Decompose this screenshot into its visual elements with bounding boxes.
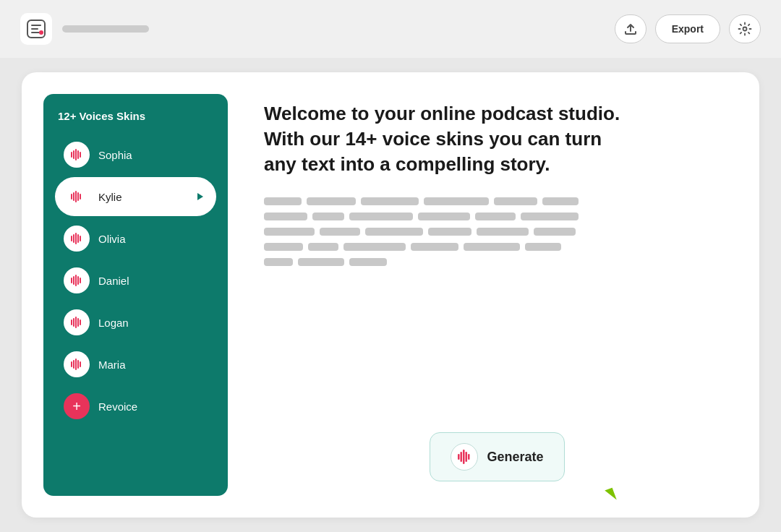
svg-rect-34 <box>461 452 463 462</box>
content-top: Welcome to your online podcast studio. W… <box>264 101 730 288</box>
svg-rect-3 <box>71 152 72 158</box>
voice-icon-sophia <box>64 142 90 168</box>
voice-icon-olivia <box>64 226 90 252</box>
sidebar-title: 12+ Voices Skins <box>55 110 216 122</box>
svg-rect-16 <box>77 234 79 243</box>
voice-item-olivia[interactable]: Olivia <box>55 219 216 258</box>
svg-rect-18 <box>71 278 72 283</box>
text-line-5 <box>264 258 730 266</box>
voice-name-daniel: Daniel <box>98 275 208 287</box>
svg-rect-5 <box>75 149 77 160</box>
svg-point-1 <box>39 30 43 35</box>
line-block <box>298 258 344 266</box>
line-block <box>494 197 537 205</box>
generate-label: Generate <box>487 450 543 465</box>
svg-rect-35 <box>463 450 465 464</box>
svg-rect-31 <box>77 360 79 369</box>
line-block <box>349 213 413 220</box>
line-block <box>521 213 579 220</box>
svg-point-2 <box>743 27 747 31</box>
revoice-add-icon: + <box>64 393 90 419</box>
line-block <box>542 197 579 205</box>
svg-rect-29 <box>73 360 74 369</box>
svg-rect-13 <box>71 236 72 241</box>
play-icon-kylie <box>192 189 208 205</box>
line-block <box>534 228 576 236</box>
cursor-arrow-icon <box>605 488 616 503</box>
topbar-right: Export <box>615 14 761 43</box>
svg-rect-36 <box>466 452 468 462</box>
line-block <box>411 243 458 251</box>
line-block <box>264 228 315 236</box>
svg-rect-20 <box>75 275 77 286</box>
line-block <box>349 258 387 266</box>
svg-rect-10 <box>75 191 77 202</box>
line-block <box>264 213 307 220</box>
svg-rect-6 <box>77 150 79 159</box>
text-line-2 <box>264 213 730 220</box>
export-button[interactable]: Export <box>655 14 720 43</box>
voice-name-revoice: Revoice <box>98 400 208 413</box>
line-block <box>320 228 360 236</box>
voice-name-olivia: Olivia <box>98 233 208 245</box>
text-placeholder-lines <box>264 197 730 266</box>
line-block <box>424 197 489 205</box>
svg-rect-7 <box>80 152 81 158</box>
main-content: Welcome to your online podcast studio. W… <box>249 94 738 496</box>
voice-name-logan: Logan <box>98 317 208 329</box>
svg-rect-32 <box>80 361 81 367</box>
line-block <box>525 243 561 251</box>
line-block <box>477 228 529 236</box>
voice-name-maria: Maria <box>98 359 208 371</box>
svg-rect-37 <box>468 454 470 460</box>
voice-icon-logan <box>64 309 90 335</box>
line-block <box>264 243 303 251</box>
line-block <box>418 213 470 220</box>
line-block <box>475 213 516 220</box>
svg-rect-21 <box>77 276 79 285</box>
main-card: 12+ Voices Skins Sophia <box>22 72 759 518</box>
line-block <box>361 197 419 205</box>
text-line-1 <box>264 197 730 205</box>
voice-item-daniel[interactable]: Daniel <box>55 261 216 300</box>
svg-rect-33 <box>458 454 460 460</box>
svg-rect-27 <box>80 319 81 325</box>
svg-rect-14 <box>73 234 74 243</box>
voice-item-maria[interactable]: Maria <box>55 345 216 384</box>
line-block <box>365 228 423 236</box>
line-block <box>428 228 471 236</box>
main-area: 12+ Voices Skins Sophia <box>0 58 781 532</box>
line-block <box>307 197 356 205</box>
voice-sidebar: 12+ Voices Skins Sophia <box>43 94 228 496</box>
upload-button[interactable] <box>615 14 646 43</box>
headline-text: Welcome to your online podcast studio. W… <box>264 101 626 177</box>
voice-name-sophia: Sophia <box>98 149 208 161</box>
voice-item-kylie[interactable]: Kylie <box>55 177 216 216</box>
line-block <box>464 243 520 251</box>
svg-rect-17 <box>80 236 81 241</box>
voice-icon-kylie <box>64 184 90 210</box>
voice-item-revoice[interactable]: + Revoice <box>55 387 216 426</box>
svg-rect-12 <box>80 194 81 200</box>
voice-item-sophia[interactable]: Sophia <box>55 135 216 174</box>
voice-name-kylie: Kylie <box>98 191 183 203</box>
voice-icon-maria <box>64 351 90 377</box>
svg-rect-8 <box>71 194 72 200</box>
svg-rect-30 <box>75 359 77 370</box>
generate-icon <box>451 443 478 471</box>
content-bottom: Generate <box>264 432 730 489</box>
generate-button[interactable]: Generate <box>430 432 564 481</box>
voice-item-logan[interactable]: Logan <box>55 303 216 342</box>
svg-rect-23 <box>71 319 72 325</box>
topbar: Export <box>0 0 781 58</box>
svg-rect-25 <box>75 317 77 328</box>
export-label: Export <box>672 23 704 35</box>
line-block <box>264 258 293 266</box>
line-block <box>264 197 302 205</box>
line-block <box>308 243 338 251</box>
text-line-3 <box>264 228 730 236</box>
settings-button[interactable] <box>729 14 761 43</box>
svg-rect-19 <box>73 276 74 285</box>
svg-rect-28 <box>71 361 72 367</box>
svg-rect-24 <box>73 318 74 327</box>
